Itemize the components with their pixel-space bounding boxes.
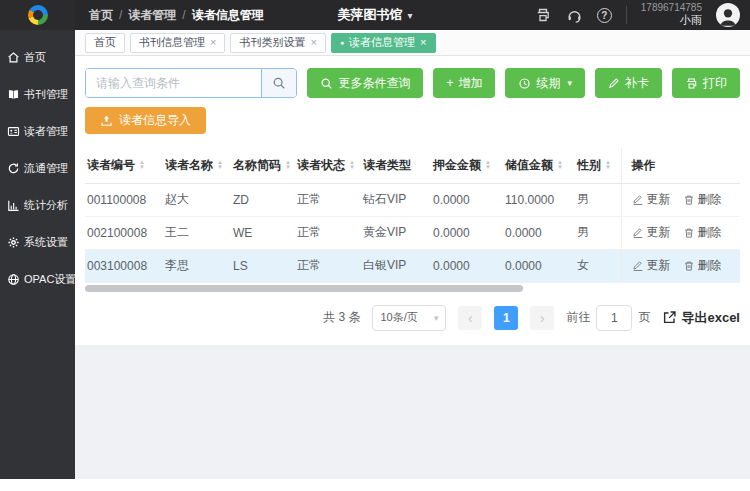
cell-balance: 110.0000	[503, 183, 575, 216]
app-logo-icon	[28, 5, 48, 25]
breadcrumb-separator: /	[119, 8, 122, 22]
table-row[interactable]: 001100008 赵大 ZD 正常 钻石VIP 0.0000 110.0000…	[85, 183, 740, 216]
table-row[interactable]: 002100008 王二 WE 正常 黄金VIP 0.0000 0.0000 男…	[85, 216, 740, 249]
tab-label: 首页	[94, 35, 116, 50]
renew-clock-icon	[518, 77, 531, 90]
update-link[interactable]: 更新	[632, 191, 671, 208]
column-header-type: 读者类型	[361, 148, 431, 183]
search-input[interactable]	[86, 69, 261, 97]
column-header-reader-name[interactable]: 读者名称▲▼	[163, 148, 231, 183]
cell-reader-id: 001100008	[85, 183, 163, 216]
column-header-balance[interactable]: 储值金额▲▼	[503, 148, 575, 183]
sidebar-item-readers[interactable]: 读者管理	[0, 113, 75, 150]
close-icon[interactable]: ×	[420, 37, 426, 48]
user-phone: 17896714785	[641, 2, 702, 15]
sidebar-item-circulation[interactable]: 流通管理	[0, 150, 75, 187]
tab-book-category[interactable]: 书刊类别设置 ×	[230, 33, 325, 53]
column-header-status[interactable]: 读者状态▲▼	[295, 148, 361, 183]
circulation-icon	[7, 162, 20, 175]
next-page-button[interactable]: ›	[530, 306, 554, 330]
background-filler	[75, 345, 750, 480]
sort-icon[interactable]: ▲▼	[557, 160, 563, 170]
toolbar: 更多条件查询 + 增加 续期 ▾ 补卡	[85, 68, 740, 98]
search-icon	[272, 76, 286, 90]
pen-icon	[608, 77, 620, 89]
table-horizontal-scrollbar[interactable]	[85, 285, 523, 292]
more-query-button[interactable]: 更多条件查询	[307, 68, 423, 98]
sort-icon[interactable]: ▲▼	[605, 160, 611, 170]
close-icon[interactable]: ×	[210, 37, 216, 48]
sort-icon[interactable]: ▲▼	[285, 160, 291, 170]
readers-table: 读者编号▲▼ 读者名称▲▼ 名称简码▲▼ 读者状态▲▼ 读者类型 押金金额▲▼ …	[85, 148, 740, 283]
table-row-selected[interactable]: 003100008 李思 LS 正常 白银VIP 0.0000 0.0000 女…	[85, 249, 740, 282]
tab-book-info[interactable]: 书刊信息管理 ×	[130, 33, 225, 53]
delete-link[interactable]: 删除	[683, 257, 722, 274]
gear-icon	[7, 236, 20, 249]
column-header-reader-id[interactable]: 读者编号▲▼	[85, 148, 163, 183]
update-link[interactable]: 更新	[632, 257, 671, 274]
tab-label: 书刊类别设置	[239, 35, 305, 50]
sort-icon[interactable]: ▲▼	[139, 160, 145, 170]
print-icon[interactable]	[535, 7, 552, 24]
sidebar-item-home[interactable]: 首页	[0, 39, 75, 76]
help-icon[interactable]: ?	[597, 8, 612, 23]
sort-icon[interactable]: ▲▼	[217, 160, 223, 170]
topbar-actions: ? 17896714785 小雨	[535, 2, 750, 28]
tab-home[interactable]: 首页	[85, 33, 125, 53]
breadcrumb-reader-mgmt[interactable]: 读者管理	[128, 7, 176, 24]
topbar-divider	[626, 6, 627, 24]
library-name: 美萍图书馆	[337, 6, 402, 24]
column-header-short-code[interactable]: 名称简码▲▼	[231, 148, 295, 183]
sidebar-item-settings[interactable]: 系统设置	[0, 224, 75, 261]
upload-icon	[100, 114, 113, 127]
library-name-selector[interactable]: 美萍图书馆 ▾	[337, 6, 412, 24]
cell-balance: 0.0000	[503, 216, 575, 249]
column-header-deposit[interactable]: 押金金额▲▼	[431, 148, 503, 183]
goto-label: 前往	[566, 309, 590, 326]
cell-status: 正常	[295, 216, 361, 249]
table-header-row: 读者编号▲▼ 读者名称▲▼ 名称简码▲▼ 读者状态▲▼ 读者类型 押金金额▲▼ …	[85, 148, 740, 183]
customer-service-icon[interactable]	[566, 7, 583, 24]
cell-short-code: LS	[231, 249, 295, 282]
sidebar: 首页 书刊管理 读者管理 流通管理 统计分析 系统设置	[0, 30, 75, 479]
reader-import-button[interactable]: 读者信息导入	[85, 107, 206, 134]
search-button[interactable]	[261, 69, 296, 97]
cell-actions: 更新 删除	[621, 249, 740, 282]
delete-link[interactable]: 删除	[683, 224, 722, 241]
breadcrumb: 首页 / 读者管理 / 读者信息管理	[89, 7, 264, 24]
button-label: 增加	[458, 75, 482, 92]
pagination: 共 3 条 10条/页 ▾ ‹ 1 › 前往 页 导出ex	[85, 305, 740, 331]
reader-card-icon	[7, 125, 20, 138]
sidebar-item-books[interactable]: 书刊管理	[0, 76, 75, 113]
renew-button[interactable]: 续期 ▾	[505, 68, 585, 98]
page-number-current[interactable]: 1	[494, 306, 518, 330]
goto-page-input[interactable]	[596, 305, 632, 331]
reissue-card-button[interactable]: 补卡	[595, 68, 662, 98]
page-size-select[interactable]: 10条/页 ▾	[372, 305, 446, 331]
avatar[interactable]	[716, 3, 740, 27]
column-header-gender[interactable]: 性别▲▼	[575, 148, 621, 183]
prev-page-button[interactable]: ‹	[458, 306, 482, 330]
sidebar-item-opac[interactable]: OPAC设置	[0, 261, 75, 298]
export-excel-link[interactable]: 导出excel	[662, 309, 740, 327]
pencil-icon	[632, 227, 644, 239]
close-icon[interactable]: ×	[310, 37, 316, 48]
print-button[interactable]: 打印	[672, 68, 740, 98]
trash-icon	[683, 194, 695, 206]
home-icon	[7, 51, 20, 64]
cell-status: 正常	[295, 249, 361, 282]
sort-icon[interactable]: ▲▼	[349, 160, 355, 170]
sidebar-item-label: 首页	[24, 50, 46, 65]
page-unit-label: 页	[638, 309, 650, 326]
tab-reader-info-active[interactable]: ● 读者信息管理 ×	[331, 33, 436, 53]
sidebar-item-statistics[interactable]: 统计分析	[0, 187, 75, 224]
sort-icon[interactable]: ▲▼	[485, 160, 491, 170]
breadcrumb-home[interactable]: 首页	[89, 7, 113, 24]
delete-link[interactable]: 删除	[683, 191, 722, 208]
logo-box	[0, 0, 75, 30]
stats-icon	[7, 199, 20, 212]
add-button[interactable]: + 增加	[433, 68, 495, 98]
total-count: 共 3 条	[323, 309, 360, 326]
update-link[interactable]: 更新	[632, 224, 671, 241]
cell-type: 钻石VIP	[361, 183, 431, 216]
